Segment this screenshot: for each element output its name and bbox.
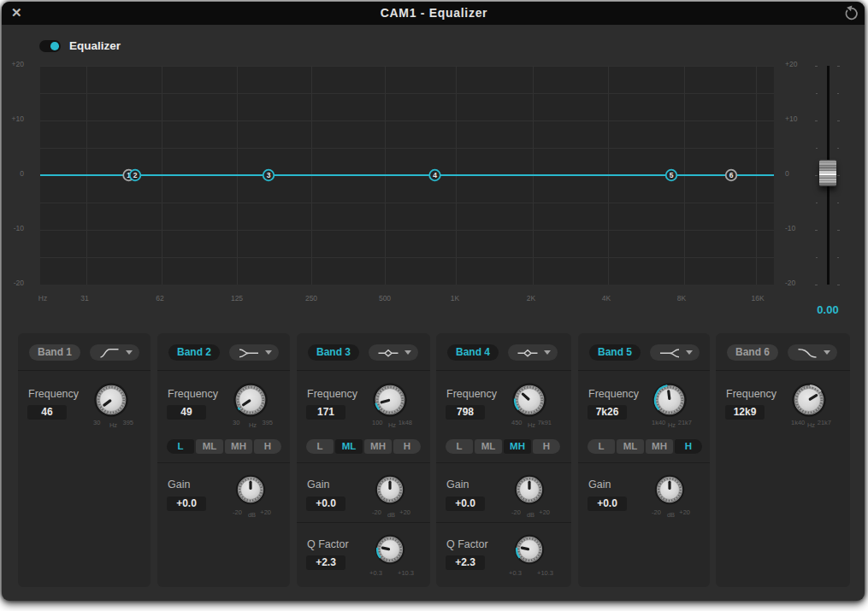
svg-text:5: 5 [670, 171, 674, 179]
svg-text:3: 3 [267, 171, 271, 179]
svg-text:4: 4 [433, 171, 437, 179]
svg-text:2: 2 [133, 171, 138, 179]
svg-text:6: 6 [729, 171, 734, 179]
